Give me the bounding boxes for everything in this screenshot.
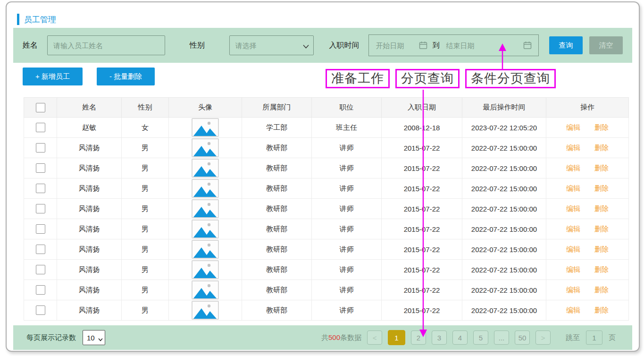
page-button-3[interactable]: 3	[432, 331, 447, 345]
edit-link[interactable]: 编辑	[566, 123, 580, 131]
row-checkbox[interactable]	[36, 245, 45, 254]
delete-link[interactable]: 删除	[594, 265, 609, 273]
add-employee-button[interactable]: + 新增员工	[23, 68, 83, 85]
annotation-pagination-query: 分页查询	[395, 69, 460, 88]
calendar-icon[interactable]	[523, 41, 532, 50]
cell-department: 教研部	[242, 138, 312, 158]
select-all-checkbox[interactable]	[36, 103, 45, 112]
table-row: 风清扬 男 教研部 讲师 2015-07-22 2022-07-22 15:00…	[24, 239, 629, 260]
delete-link[interactable]: 删除	[594, 225, 609, 233]
row-select-cell	[24, 118, 57, 138]
cell-gender: 男	[122, 138, 169, 158]
total-count: 500	[328, 333, 340, 341]
row-select-cell	[24, 260, 57, 280]
cell-position: 讲师	[312, 178, 382, 199]
query-button[interactable]: 查询	[549, 36, 583, 54]
edit-link[interactable]: 编辑	[566, 265, 580, 273]
row-select-cell	[24, 199, 57, 219]
cell-position: 讲师	[312, 219, 382, 239]
cell-actions: 编辑 删除	[546, 239, 629, 260]
cell-department: 学工部	[242, 118, 312, 138]
prev-page-button[interactable]: <	[367, 331, 382, 345]
clear-button[interactable]: 清空	[589, 36, 623, 54]
row-checkbox[interactable]	[36, 285, 45, 295]
row-checkbox[interactable]	[36, 143, 45, 153]
page-button-50[interactable]: 50	[515, 331, 530, 345]
row-checkbox[interactable]	[36, 265, 45, 274]
row-select-cell	[24, 300, 57, 321]
cell-last-op-time: 2022-07-22 15:00:00	[462, 199, 546, 219]
cell-avatar	[169, 138, 242, 158]
page-ellipsis-button[interactable]: ...	[494, 331, 509, 345]
cell-name: 风清扬	[57, 199, 122, 219]
cell-avatar	[169, 158, 242, 178]
cell-position: 讲师	[312, 260, 382, 280]
cell-last-op-time: 2022-07-22 15:00:00	[462, 138, 546, 158]
next-page-button[interactable]: >	[535, 331, 551, 345]
date-range-picker[interactable]: 到	[368, 34, 539, 56]
edit-link[interactable]: 编辑	[566, 164, 580, 172]
cell-actions: 编辑 删除	[546, 219, 629, 239]
row-checkbox[interactable]	[36, 184, 45, 193]
page-button-4[interactable]: 4	[452, 331, 468, 345]
cell-department: 教研部	[242, 239, 312, 260]
row-checkbox[interactable]	[36, 123, 45, 132]
page-button-1[interactable]: 1	[388, 330, 405, 345]
delete-link[interactable]: 删除	[594, 286, 609, 294]
cell-department: 教研部	[242, 178, 312, 199]
jump-page-input[interactable]	[586, 331, 602, 345]
delete-link[interactable]: 删除	[594, 123, 609, 131]
column-header: 性别	[122, 98, 169, 118]
column-header: 入职日期	[382, 98, 462, 118]
batch-delete-button[interactable]: - 批量删除	[97, 68, 155, 85]
row-checkbox[interactable]	[36, 204, 45, 213]
delete-link[interactable]: 删除	[594, 184, 609, 192]
column-header: 所属部门	[242, 98, 312, 118]
avatar-placeholder-icon	[192, 260, 219, 279]
page-header: 员工管理	[7, 2, 639, 28]
cell-department: 教研部	[242, 280, 312, 300]
end-date-input[interactable]	[446, 42, 516, 50]
table-row: 风清扬 男 教研部 讲师 2015-07-22 2022-07-22 15:00…	[24, 280, 629, 300]
filter-bar: 姓名 性别 请选择 入职时间 到 查询 清空	[13, 28, 632, 63]
delete-link[interactable]: 删除	[594, 164, 609, 172]
cell-last-op-time: 2022-07-22 15:00:00	[462, 280, 546, 300]
row-checkbox[interactable]	[36, 163, 45, 173]
page-button-5[interactable]: 5	[473, 331, 488, 345]
column-header: 头像	[169, 98, 242, 118]
edit-link[interactable]: 编辑	[566, 245, 580, 253]
edit-link[interactable]: 编辑	[566, 184, 580, 192]
gender-select[interactable]: 请选择	[229, 35, 314, 55]
delete-link[interactable]: 删除	[594, 144, 609, 152]
annotation-preparation: 准备工作	[326, 69, 390, 88]
cell-hire-date: 2015-07-22	[382, 138, 462, 158]
page-button-2[interactable]: 2	[411, 331, 426, 345]
avatar-placeholder-icon	[192, 220, 219, 238]
row-select-cell	[24, 178, 57, 199]
calendar-icon[interactable]	[419, 41, 427, 50]
edit-link[interactable]: 编辑	[566, 286, 580, 294]
edit-link[interactable]: 编辑	[566, 306, 580, 314]
title-accent-bar	[17, 14, 19, 25]
delete-link[interactable]: 删除	[594, 245, 609, 253]
edit-link[interactable]: 编辑	[566, 204, 580, 212]
cell-last-op-time: 2023-07-22 12:05:20	[462, 118, 546, 138]
cell-department: 教研部	[242, 300, 312, 321]
start-date-input[interactable]	[376, 42, 419, 50]
row-checkbox[interactable]	[36, 305, 45, 315]
delete-link[interactable]: 删除	[594, 306, 609, 314]
column-header: 最后操作时间	[462, 98, 546, 118]
hire-date-label: 入职时间	[329, 41, 359, 51]
name-input[interactable]	[47, 35, 165, 55]
edit-link[interactable]: 编辑	[566, 144, 580, 152]
edit-link[interactable]: 编辑	[566, 225, 580, 233]
page-size-select[interactable]: 10	[83, 330, 105, 345]
cell-hire-date: 2008-12-18	[382, 118, 462, 138]
delete-link[interactable]: 删除	[594, 204, 609, 212]
cell-avatar	[169, 178, 242, 199]
cell-position: 讲师	[312, 300, 382, 321]
cell-name: 风清扬	[57, 178, 122, 199]
name-label: 姓名	[23, 41, 38, 51]
avatar-placeholder-icon	[192, 159, 219, 178]
row-checkbox[interactable]	[36, 224, 45, 234]
